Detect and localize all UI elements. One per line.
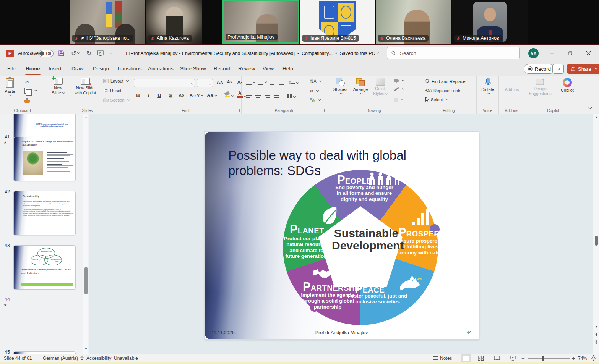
tab-design[interactable]: Design [92, 62, 110, 75]
drawing-dialog-launcher[interactable] [416, 109, 419, 112]
video-tile[interactable]: Іван Ярьомін БК-815 [300, 0, 375, 44]
copy-button[interactable] [24, 88, 37, 94]
tab-record[interactable]: Record [213, 62, 232, 75]
thumbnail-panel-scrollbar[interactable]: ▲ ▼ [83, 114, 88, 354]
tab-slide-show[interactable]: Slide Show [179, 62, 207, 75]
video-tile[interactable]: Олена Васильєва [376, 0, 451, 44]
fit-slide-button[interactable] [591, 354, 596, 362]
undo-icon[interactable]: ↺ [71, 45, 80, 62]
slide-sorter-view-button[interactable] [478, 354, 484, 362]
font-size-combo[interactable] [197, 79, 213, 87]
find-replace-button[interactable]: Find and Replace [425, 79, 466, 84]
dictate-button[interactable]: Dictate [480, 78, 496, 95]
search-input[interactable] [399, 50, 516, 57]
account-avatar[interactable]: AA [528, 45, 539, 62]
next-slide-button[interactable]: ▼▼ [593, 340, 599, 344]
minimize-button[interactable] [543, 45, 560, 62]
slide-editing-canvas[interactable]: ✦✦ Possible way to deal with globalprobl… [89, 114, 593, 354]
replace-fonts-button[interactable]: ⟲A Replace Fonts [425, 88, 461, 93]
columns-button[interactable] [287, 94, 295, 99]
quick-access-toolbar-chevron[interactable] [109, 45, 112, 62]
bullets-button[interactable] [246, 79, 255, 86]
shape-fill-button[interactable] [394, 79, 404, 83]
clipboard-dialog-launcher[interactable] [40, 109, 43, 112]
scroll-up-arrow[interactable]: ▲ [83, 116, 89, 119]
layout-button[interactable]: Layout [103, 79, 128, 83]
design-suggestions-button[interactable]: DesignSuggestions [527, 78, 554, 96]
slideshow-view-button[interactable] [510, 354, 516, 362]
tab-view[interactable]: View [261, 62, 275, 75]
slide-footer-author[interactable]: Prof dr Andjelka Mihajlov [205, 330, 479, 335]
change-case-button[interactable]: Aa [207, 92, 217, 98]
save-icon[interactable] [58, 45, 65, 62]
redo-icon[interactable]: ↻ [86, 45, 91, 62]
saved-status[interactable]: Saved to this PC [339, 51, 375, 56]
tab-help[interactable]: Help [281, 62, 294, 75]
tab-review[interactable]: Review [237, 62, 256, 75]
normal-view-button[interactable] [461, 354, 471, 362]
zoom-in-button[interactable]: + [572, 354, 575, 362]
decrease-font-button[interactable]: A˅ [226, 79, 233, 84]
comments-button[interactable] [552, 64, 564, 74]
section-button[interactable]: Section [103, 98, 130, 102]
increase-indent-button[interactable] [279, 79, 284, 86]
strikethrough-button[interactable]: ab [177, 93, 186, 97]
previous-slide-button[interactable]: ▲▲ [593, 333, 599, 336]
share-button[interactable]: Share [567, 64, 599, 74]
zoom-slider-track[interactable] [528, 358, 570, 359]
search-box[interactable] [387, 47, 520, 59]
record-button[interactable]: Record [524, 64, 555, 74]
text-direction-button[interactable]: ⇅A [310, 79, 321, 84]
reading-view-button[interactable] [494, 354, 500, 362]
scrollbar-thumb[interactable] [595, 236, 598, 246]
slide-44-canvas[interactable]: Possible way to deal with globalproblems… [205, 132, 479, 339]
language-button[interactable]: German (Austria) [43, 354, 78, 362]
decrease-indent-button[interactable] [270, 79, 276, 86]
reset-button[interactable]: Reset [103, 88, 122, 93]
align-right-button[interactable] [265, 92, 270, 100]
cut-button[interactable]: ✂ [25, 79, 30, 85]
video-tile[interactable]: Микола Антонов [452, 0, 528, 44]
tab-file[interactable]: File [6, 62, 17, 75]
video-tile-active-speaker[interactable]: Prof Andjelka Mihajlov [222, 0, 299, 44]
scroll-up-arrow[interactable]: ▲ [593, 116, 599, 119]
thumbnail-slide-43[interactable]: ECONOMIC Profit SOCIAL People ENVIRONMEN… [13, 245, 76, 290]
restore-button[interactable] [562, 45, 578, 62]
shape-effects-button[interactable] [394, 98, 403, 102]
align-center-button[interactable] [255, 92, 261, 100]
notes-button[interactable]: Notes [433, 354, 452, 362]
format-painter-button[interactable] [24, 99, 30, 102]
tab-insert[interactable]: Insert [47, 62, 63, 75]
autosave-toggle[interactable]: Off [38, 45, 54, 62]
convert-smartart-button[interactable] [310, 98, 320, 102]
zoom-slider-thumb[interactable] [542, 356, 544, 361]
thumbnail-slide-41[interactable]: Impact of Climate Change on Environmenta… [13, 137, 76, 181]
align-text-button[interactable]: ⇹ [310, 88, 318, 94]
increase-font-button[interactable]: A˄ [216, 79, 223, 85]
video-tile[interactable]: НУ "Запорізька по... [70, 0, 145, 44]
collapse-ribbon-chevron[interactable] [588, 105, 592, 109]
shapes-button[interactable]: Shapes [331, 78, 349, 95]
underline-button[interactable]: U [156, 92, 163, 98]
accessibility-status[interactable]: Accessibility: Unavailable [80, 354, 138, 362]
italic-button[interactable]: I [145, 92, 152, 98]
zoom-out-button[interactable]: − [521, 354, 525, 362]
slide-counter[interactable]: Slide 44 of 61 [4, 354, 32, 362]
thumbnail-slide-42[interactable]: Sustainability • Sustainable development… [13, 191, 76, 235]
select-button[interactable]: Select [425, 97, 448, 102]
new-slide-with-copilot-button[interactable]: ✦ New Slidewith Copilot [69, 78, 102, 95]
zoom-percent[interactable]: 74% [578, 354, 587, 362]
tab-home[interactable]: Home [24, 62, 41, 75]
tab-transitions[interactable]: Transitions [115, 62, 143, 75]
bold-button[interactable]: B [135, 92, 141, 98]
character-spacing-button[interactable]: A↔V [190, 93, 203, 97]
highlight-color-button[interactable] [225, 92, 234, 98]
scrollbar-thumb[interactable] [84, 267, 88, 294]
addins-button[interactable]: Add-ins [503, 78, 520, 92]
paste-button[interactable]: Paste [5, 78, 15, 97]
justify-button[interactable] [274, 92, 279, 100]
text-shadow-button[interactable]: S [167, 92, 174, 98]
font-dialog-launcher[interactable] [236, 109, 240, 112]
new-slide-button[interactable]: NewSlide [49, 78, 67, 95]
canvas-scrollbar[interactable]: ▲ ▼ ▲▲ ▼▼ [593, 114, 599, 354]
